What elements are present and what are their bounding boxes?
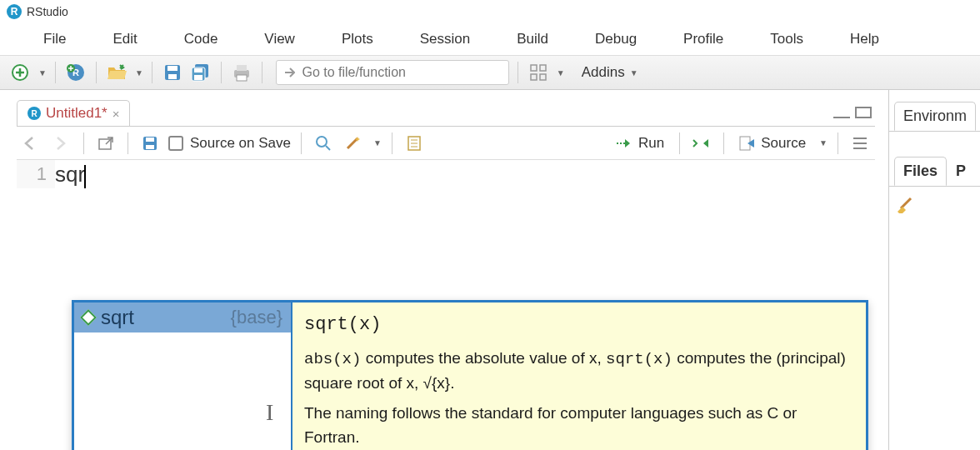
main-toolbar: ▼ R ▼ ▼ Addins ▼ xyxy=(0,55,980,90)
outline-button[interactable] xyxy=(848,132,872,155)
separator xyxy=(723,132,724,154)
svg-point-22 xyxy=(317,137,327,147)
goto-file-function[interactable] xyxy=(276,60,509,85)
separator xyxy=(83,132,84,154)
autocomplete-popup: sqrt {base} I sqrt(x) abs(x) computes th… xyxy=(72,300,868,450)
wand-icon xyxy=(344,135,362,152)
svg-rect-12 xyxy=(237,65,247,71)
menu-session[interactable]: Session xyxy=(397,26,493,52)
chevron-down-icon[interactable]: ▼ xyxy=(135,68,143,78)
help-signature: sqrt(x) xyxy=(304,311,854,338)
pane-window-controls xyxy=(833,107,875,118)
line-number: 1 xyxy=(17,163,47,185)
save-all-button[interactable] xyxy=(189,61,212,84)
editor-tab-row: R Untitled1* × xyxy=(17,98,875,127)
goto-input[interactable] xyxy=(302,65,501,80)
rerun-button[interactable] xyxy=(690,132,713,155)
menu-build[interactable]: Build xyxy=(493,26,572,52)
code-line[interactable]: sqr xyxy=(55,160,86,188)
menu-code[interactable]: Code xyxy=(161,26,242,52)
r-project-icon: R xyxy=(65,63,87,82)
broom-icon[interactable] xyxy=(896,193,919,213)
svg-rect-9 xyxy=(194,68,202,72)
separator xyxy=(518,62,518,83)
forward-button[interactable] xyxy=(50,132,73,155)
svg-rect-13 xyxy=(237,75,247,81)
menu-profile[interactable]: Profile xyxy=(660,26,747,52)
arrow-right-icon xyxy=(283,66,296,79)
show-in-new-window-button[interactable] xyxy=(94,132,118,155)
titlebar: R RStudio xyxy=(0,0,980,23)
editor-tab[interactable]: R Untitled1* × xyxy=(17,100,130,126)
typed-text: sqr xyxy=(55,162,85,187)
chevron-down-icon[interactable]: ▼ xyxy=(557,68,565,78)
app-logo-icon: R xyxy=(7,4,22,19)
svg-rect-16 xyxy=(531,74,537,80)
source-pane: R Untitled1* × xyxy=(0,90,888,450)
menu-tools[interactable]: Tools xyxy=(747,26,827,52)
environment-tabs: Environm xyxy=(889,102,980,132)
grid-view-button[interactable] xyxy=(527,61,550,84)
floppy-icon xyxy=(163,63,182,82)
compile-report-button[interactable] xyxy=(402,132,426,155)
completion-help-tooltip: sqrt(x) abs(x) computes the absolute val… xyxy=(292,302,866,450)
run-label: Run xyxy=(638,135,664,152)
code-tools-button[interactable] xyxy=(342,132,365,155)
editor-toolbar: Source on Save ▼ Run xyxy=(17,127,875,160)
svg-rect-17 xyxy=(540,74,546,80)
ibeam-cursor-icon: I xyxy=(266,399,273,426)
menu-help[interactable]: Help xyxy=(827,26,902,52)
code-editor[interactable]: 1 sqr xyxy=(17,160,875,188)
maximize-pane-icon[interactable] xyxy=(855,107,872,118)
close-tab-icon[interactable]: × xyxy=(112,107,120,121)
completion-list[interactable]: sqrt {base} I xyxy=(74,302,292,450)
source-label: Source xyxy=(761,135,806,152)
save-button[interactable] xyxy=(161,61,184,84)
completion-item[interactable]: sqrt {base} xyxy=(74,302,291,332)
tab-files[interactable]: Files xyxy=(894,157,947,186)
print-button[interactable] xyxy=(230,61,253,84)
popout-icon xyxy=(98,136,114,151)
svg-rect-10 xyxy=(194,75,202,80)
completion-name: sqrt xyxy=(101,306,134,329)
chevron-down-icon[interactable]: ▼ xyxy=(819,138,828,148)
svg-rect-21 xyxy=(146,145,154,149)
menu-file[interactable]: File xyxy=(20,26,89,52)
new-project-button[interactable]: R xyxy=(64,61,88,84)
source-button[interactable]: Source xyxy=(734,133,811,153)
svg-rect-6 xyxy=(168,74,177,79)
svg-rect-15 xyxy=(540,65,546,71)
source-on-save-label: Source on Save xyxy=(190,135,291,152)
find-replace-button[interactable] xyxy=(312,132,335,155)
line-gutter: 1 xyxy=(17,160,55,188)
addins-menu[interactable]: Addins ▼ xyxy=(582,64,638,81)
arrow-left-icon xyxy=(22,136,41,151)
run-button[interactable]: Run xyxy=(610,133,669,153)
notebook-icon xyxy=(407,135,422,152)
minimize-pane-icon[interactable] xyxy=(833,113,850,118)
back-button[interactable] xyxy=(20,132,43,155)
svg-rect-5 xyxy=(168,66,178,71)
source-on-save-checkbox[interactable] xyxy=(168,136,183,151)
separator xyxy=(55,62,56,83)
tab-environment[interactable]: Environm xyxy=(894,102,976,131)
save-editor-button[interactable] xyxy=(138,132,162,155)
open-file-button[interactable] xyxy=(105,61,128,84)
separator xyxy=(221,62,222,83)
new-file-button[interactable] xyxy=(8,61,32,84)
menu-debug[interactable]: Debug xyxy=(572,26,660,52)
menu-bar: File Edit Code View Plots Session Build … xyxy=(0,23,980,55)
separator xyxy=(838,132,838,154)
menu-edit[interactable]: Edit xyxy=(89,26,160,52)
separator xyxy=(262,62,262,83)
svg-rect-20 xyxy=(146,138,154,142)
printer-icon xyxy=(232,63,252,82)
separator xyxy=(679,132,680,154)
menu-view[interactable]: View xyxy=(241,26,318,52)
chevron-down-icon[interactable]: ▼ xyxy=(373,138,382,148)
files-tabs: Files P xyxy=(889,157,980,187)
chevron-down-icon[interactable]: ▼ xyxy=(38,68,47,78)
menu-plots[interactable]: Plots xyxy=(318,26,397,52)
folder-open-icon xyxy=(107,64,127,81)
tab-plots-right[interactable]: P xyxy=(947,157,975,186)
